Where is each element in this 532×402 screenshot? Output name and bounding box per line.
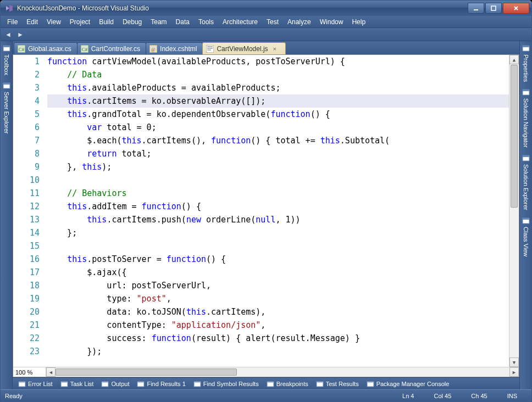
- document-tab-cartviewmodel-js[interactable]: CartViewModel.js×: [202, 42, 285, 54]
- code-line[interactable]: this.addItem = function() {: [47, 200, 509, 213]
- panel-error-list[interactable]: Error List: [15, 379, 56, 389]
- menu-view[interactable]: View: [42, 17, 65, 27]
- code-area[interactable]: function cartViewModel(availableProducts…: [47, 55, 509, 367]
- file-icon: C#: [81, 45, 88, 53]
- code-editor[interactable]: 1234567891011121314151617181920212223 fu…: [13, 55, 519, 367]
- menu-edit[interactable]: Edit: [22, 17, 42, 27]
- panel-tab-properties[interactable]: Properties: [520, 41, 531, 85]
- svg-rect-0: [474, 9, 478, 10]
- statusbar: Ready Ln 4 Col 45 Ch 45 INS: [1, 389, 531, 401]
- panel-icon: [18, 380, 26, 388]
- menu-build[interactable]: Build: [95, 17, 118, 27]
- code-line[interactable]: contentType: "application/json",: [47, 319, 509, 332]
- body-area: ToolboxServer Explorer C#Global.asax.csC…: [1, 41, 531, 389]
- panel-find-symbol-results[interactable]: Find Symbol Results: [190, 379, 262, 389]
- code-line[interactable]: this.cartItems.push(new orderLine(null, …: [47, 213, 509, 226]
- close-button[interactable]: [503, 3, 529, 14]
- code-line[interactable]: function cartViewModel(availableProducts…: [47, 55, 509, 68]
- tab-label: Index.cshtml: [160, 45, 197, 53]
- svg-rect-22: [194, 382, 201, 383]
- panel-tab-server-explorer[interactable]: Server Explorer: [1, 79, 12, 137]
- scroll-down-button[interactable]: ▼: [509, 358, 519, 367]
- code-line[interactable]: [47, 239, 509, 253]
- panel-output[interactable]: Output: [98, 379, 132, 389]
- document-tab-index-cshtml[interactable]: @Index.cshtml: [146, 42, 203, 54]
- code-line[interactable]: };: [47, 226, 509, 239]
- menu-file[interactable]: File: [3, 17, 22, 27]
- document-tab-global-asax-cs[interactable]: C#Global.asax.cs: [14, 42, 77, 54]
- menu-architecture[interactable]: Architecture: [218, 17, 262, 27]
- svg-rect-12: [206, 45, 214, 53]
- editor-footer: 100 % ◄ ►: [13, 367, 519, 377]
- code-line[interactable]: this.postToServer = function() {: [47, 253, 509, 266]
- panel-icon: [267, 380, 274, 388]
- code-line[interactable]: this.grandTotal = ko.dependentObservable…: [47, 108, 509, 121]
- panel-tab-solution-navigator[interactable]: Solution Navigator: [520, 85, 531, 151]
- scroll-up-button[interactable]: ▲: [509, 55, 519, 64]
- sln-nav-icon: [522, 88, 530, 96]
- menu-team[interactable]: Team: [146, 17, 171, 27]
- menu-tools[interactable]: Tools: [194, 17, 218, 27]
- panel-tab-class-view[interactable]: Class View: [520, 214, 531, 260]
- code-line[interactable]: $.each(this.cartItems(), function() { to…: [47, 134, 509, 147]
- panel-icon: [101, 380, 109, 388]
- horizontal-scroll-thumb[interactable]: [56, 369, 237, 376]
- code-line[interactable]: this.availableProducts = availableProduc…: [47, 81, 509, 94]
- status-col: Col 45: [424, 393, 462, 399]
- class-view-icon: [522, 217, 530, 225]
- code-line[interactable]: var total = 0;: [47, 121, 509, 134]
- menu-test[interactable]: Test: [262, 17, 283, 27]
- svg-rect-20: [137, 382, 144, 383]
- panel-icon: [60, 380, 68, 388]
- tab-label: CartViewModel.js: [217, 45, 268, 53]
- scroll-left-button[interactable]: ◄: [46, 367, 56, 377]
- panel-tab-solution-explorer[interactable]: Solution Explorer: [520, 151, 531, 214]
- code-line[interactable]: });: [47, 345, 509, 358]
- panel-task-list[interactable]: Task List: [57, 379, 97, 389]
- code-line[interactable]: url: postToServerUrl,: [47, 279, 509, 292]
- code-line[interactable]: [47, 174, 509, 187]
- titlebar[interactable]: KnockoutJsonDemo - Microsoft Visual Stud…: [1, 1, 531, 16]
- code-line[interactable]: success: function(result) { alert(result…: [47, 332, 509, 345]
- menu-help[interactable]: Help: [347, 17, 370, 27]
- sln-exp-icon: [522, 154, 530, 162]
- svg-rect-14: [19, 382, 25, 383]
- code-line[interactable]: return total;: [47, 147, 509, 160]
- zoom-level[interactable]: 100 %: [13, 367, 46, 377]
- window-title: KnockoutJsonDemo - Microsoft Visual Stud…: [17, 4, 468, 12]
- status-ins: INS: [497, 393, 527, 399]
- code-line[interactable]: type: "post",: [47, 292, 509, 305]
- svg-rect-34: [523, 155, 529, 157]
- horizontal-scrollbar[interactable]: ◄ ►: [46, 367, 519, 377]
- nav-fwd-button[interactable]: ►: [15, 29, 26, 40]
- status-line: Ln 4: [392, 393, 424, 399]
- panel-find-results-1[interactable]: Find Results 1: [134, 379, 189, 389]
- vertical-scrollbar[interactable]: ▲ ▼: [509, 55, 519, 367]
- minimize-button[interactable]: [468, 3, 484, 14]
- svg-rect-28: [367, 382, 374, 383]
- panel-package-manager-console[interactable]: Package Manager Console: [363, 379, 453, 389]
- menu-debug[interactable]: Debug: [118, 17, 146, 27]
- svg-text:@: @: [151, 47, 155, 52]
- code-line[interactable]: this.cartItems = ko.observableArray([]);: [47, 94, 509, 108]
- menu-window[interactable]: Window: [315, 17, 348, 27]
- code-line[interactable]: // Behaviors: [47, 187, 509, 200]
- document-tab-cartcontroller-cs[interactable]: C#CartController.cs: [77, 42, 146, 54]
- scroll-right-button[interactable]: ►: [509, 367, 519, 377]
- panel-tab-toolbox[interactable]: Toolbox: [1, 41, 12, 79]
- svg-rect-36: [523, 218, 529, 220]
- code-line[interactable]: // Data: [47, 68, 509, 81]
- menu-analyze[interactable]: Analyze: [283, 17, 315, 27]
- tab-close-button[interactable]: ×: [273, 46, 280, 52]
- menu-project[interactable]: Project: [65, 17, 95, 27]
- code-line[interactable]: }, this);: [47, 160, 509, 174]
- panel-test-results[interactable]: Test Results: [313, 379, 362, 389]
- vertical-scroll-thumb[interactable]: [511, 65, 518, 208]
- maximize-button[interactable]: [485, 3, 502, 14]
- panel-breakpoints[interactable]: Breakpoints: [263, 379, 312, 389]
- code-line[interactable]: $.ajax({: [47, 266, 509, 279]
- code-line[interactable]: data: ko.toJSON(this.cartItems),: [47, 305, 509, 319]
- svg-text:C#: C#: [81, 47, 87, 52]
- nav-back-button[interactable]: ◄: [3, 29, 14, 40]
- menu-data[interactable]: Data: [171, 17, 194, 27]
